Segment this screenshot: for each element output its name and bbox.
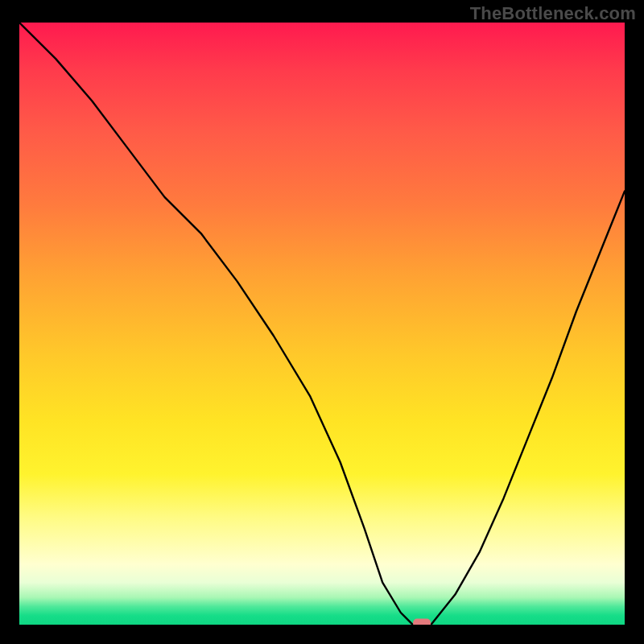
curve-svg — [19, 23, 625, 625]
chart-frame: TheBottleneck.com — [0, 0, 644, 644]
watermark-text: TheBottleneck.com — [470, 3, 636, 24]
bottleneck-curve — [19, 23, 625, 625]
plot-area — [19, 23, 625, 625]
minimum-marker — [413, 619, 431, 625]
